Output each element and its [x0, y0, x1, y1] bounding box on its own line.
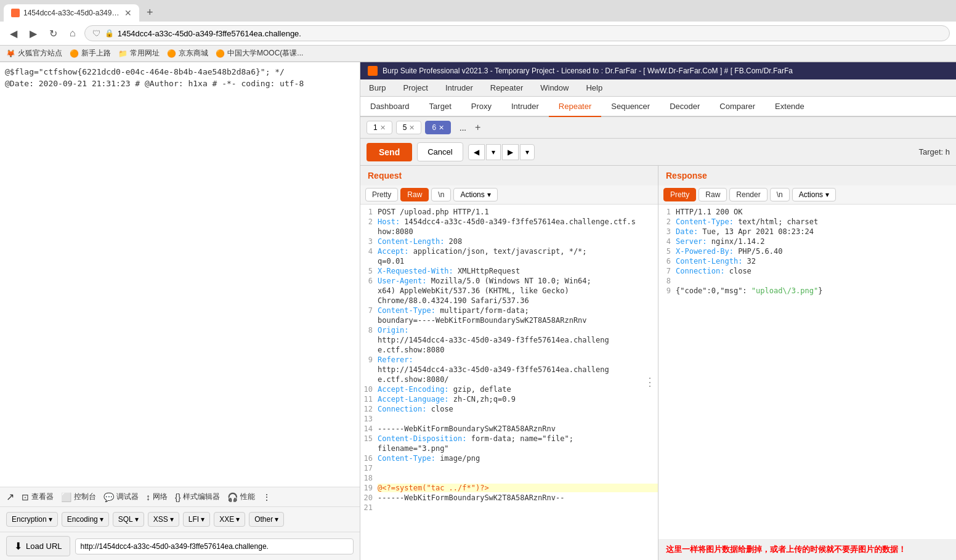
res-tab-pretty[interactable]: Pretty	[663, 188, 696, 201]
bookmark-common[interactable]: 📁 常用网址	[118, 48, 160, 59]
encoding-dropdown[interactable]: Encoding ▾	[62, 512, 109, 527]
forward-button[interactable]: ▶	[26, 26, 41, 41]
cancel-button[interactable]: Cancel	[417, 142, 463, 161]
sql-label: SQL	[118, 515, 133, 524]
style-editor-button[interactable]: {} 样式编辑器	[175, 492, 220, 502]
browser-chrome: 1454dcc4-a33c-45d0-a349-f3ffe ✕ + ◀ ▶ ↻ …	[0, 0, 956, 62]
tab-comparer[interactable]: Comparer	[710, 97, 765, 117]
network-button[interactable]: ↕ 网络	[146, 492, 168, 502]
res-line-7: 7Connection: close	[658, 266, 956, 276]
tab-sequencer[interactable]: Sequencer	[601, 97, 660, 117]
res-tab-raw[interactable]: Raw	[699, 188, 727, 201]
tab-decoder[interactable]: Decoder	[660, 97, 710, 117]
encryption-dropdown[interactable]: Encryption ▾	[6, 512, 58, 527]
right-panel: Burp Suite Professional v2021.3 - Tempor…	[360, 62, 956, 560]
xss-dropdown[interactable]: XSS ▾	[148, 512, 179, 527]
tab-extender[interactable]: Extende	[765, 97, 814, 117]
browser-tab-active[interactable]: 1454dcc4-a33c-45d0-a349-f3ffe ✕	[4, 4, 139, 22]
encoding-arrow: ▾	[100, 515, 103, 524]
back-button[interactable]: ◀	[6, 26, 21, 41]
new-repeater-tab-button[interactable]: +	[475, 122, 480, 133]
menu-burp[interactable]: Burp	[360, 79, 394, 96]
req-tab-pretty[interactable]: Pretty	[365, 188, 398, 201]
res-line-5: 5X-Powered-By: PHP/5.6.40	[658, 246, 956, 256]
rep-tab-1[interactable]: 1 ✕	[367, 121, 392, 134]
style-icon: {}	[175, 492, 180, 502]
menu-window[interactable]: Window	[532, 79, 577, 96]
req-tab-n[interactable]: \n	[431, 188, 451, 201]
console-button[interactable]: ⬜ 控制台	[61, 492, 96, 502]
viewer-button[interactable]: ⊡ 查看器	[22, 492, 54, 502]
rep-tab-5-label: 5	[403, 123, 407, 132]
xss-arrow: ▾	[170, 515, 174, 524]
bottom-toolbar: ↗ ⊡ 查看器 ⬜ 控制台 💬 调试器 ↕ 网络	[0, 487, 360, 560]
bookmark-icon: 🟠	[167, 49, 176, 58]
tab-proxy[interactable]: Proxy	[461, 97, 501, 117]
more-tools-button[interactable]: ⋮	[262, 492, 271, 502]
rep-tab-5-close[interactable]: ✕	[409, 124, 415, 132]
res-actions-button[interactable]: Actions ▾	[792, 188, 836, 201]
bookmark-firefox[interactable]: 🦊 火狐官方站点	[6, 48, 62, 59]
rep-tab-5[interactable]: 5 ✕	[396, 121, 422, 134]
address-input[interactable]: 1454dcc4-a33c-45d0-a349-f3ffe57614ea.cha…	[118, 29, 942, 38]
request-content[interactable]: 1POST /upload.php HTTP/1.1 2Host: 1454dc…	[360, 205, 658, 560]
req-line-2b: how:8080	[360, 227, 658, 237]
main-area: @$flag="ctfshow{6221dcd0-e04c-464e-8b4b-…	[0, 62, 956, 560]
debugger-label: 调试器	[116, 492, 139, 502]
tab-intruder[interactable]: Intruder	[501, 97, 549, 117]
tab-target[interactable]: Target	[419, 97, 461, 117]
xxe-dropdown[interactable]: XXE ▾	[214, 512, 245, 527]
page-content: @$flag="ctfshow{6221dcd0-e04c-464e-8b4b-…	[0, 62, 360, 487]
debugger-button[interactable]: 💬 调试器	[103, 492, 139, 502]
home-button[interactable]: ⌂	[66, 26, 79, 40]
menu-repeater[interactable]: Repeater	[482, 79, 532, 96]
req-line-20: 20------WebKitFormBoundarySwK2T8A58ARznR…	[360, 493, 658, 503]
req-tab-raw[interactable]: Raw	[400, 188, 429, 201]
send-button[interactable]: Send	[367, 143, 412, 161]
rep-tab-1-close[interactable]: ✕	[380, 124, 386, 132]
request-header: Request	[360, 166, 658, 185]
tab-repeater[interactable]: Repeater	[549, 97, 601, 117]
next-dropdown[interactable]: ▾	[520, 144, 535, 160]
new-tab-button[interactable]: +	[142, 4, 158, 22]
load-url-button[interactable]: ⬇ Load URL	[6, 536, 70, 556]
req-line-15b: filename="3.png"	[360, 444, 658, 453]
burp-menubar: Burp Project Intruder Repeater Window He…	[360, 79, 956, 97]
bookmark-jd[interactable]: 🟠 京东商城	[167, 48, 208, 59]
rep-tab-more[interactable]: ...	[455, 121, 471, 134]
req-line-8b: http://1454dcc4-a33c-45d0-a349-f3ffe5761…	[360, 335, 658, 345]
rep-tab-6[interactable]: 6 ✕	[425, 121, 451, 134]
next-arrow[interactable]: ▶	[502, 144, 519, 160]
response-content[interactable]: 1HTTP/1.1 200 OK 2Content-Type: text/htm…	[658, 205, 956, 539]
performance-button[interactable]: 🎧 性能	[227, 492, 255, 502]
other-dropdown[interactable]: Other ▾	[249, 512, 284, 527]
res-tab-render[interactable]: Render	[729, 188, 767, 201]
req-actions-button[interactable]: Actions ▾	[453, 188, 497, 201]
menu-intruder[interactable]: Intruder	[437, 79, 482, 96]
response-subtabs: Pretty Raw Render \n Actions ▾	[658, 185, 956, 205]
bookmark-mooc[interactable]: 🟠 中国大学MOOC(慕课...	[216, 48, 303, 59]
req-line-14: 14------WebKitFormBoundarySwK2T8A58ARznR…	[360, 424, 658, 434]
req-line-17: 17	[360, 463, 658, 473]
rep-tab-6-close[interactable]: ✕	[439, 124, 444, 132]
req-line-13: 13	[360, 414, 658, 424]
menu-help[interactable]: Help	[577, 79, 611, 96]
req-line-6b: x64) AppleWebKit/537.36 (KHTML, like Gec…	[360, 286, 658, 296]
menu-project[interactable]: Project	[394, 79, 436, 96]
res-actions-label: Actions	[799, 190, 823, 199]
prev-arrow[interactable]: ◀	[468, 144, 485, 160]
response-body: 1HTTP/1.1 200 OK 2Content-Type: text/htm…	[658, 205, 956, 560]
lfi-dropdown[interactable]: LFI ▾	[183, 512, 210, 527]
res-line-1: 1HTTP/1.1 200 OK	[658, 207, 956, 217]
inspect-button[interactable]: ↗	[6, 491, 14, 503]
tab-close-button[interactable]: ✕	[124, 8, 132, 18]
scroll-menu[interactable]: ⋮	[644, 375, 655, 389]
res-tab-n[interactable]: \n	[770, 188, 790, 201]
tab-dashboard[interactable]: Dashboard	[360, 97, 419, 117]
sql-dropdown[interactable]: SQL ▾	[113, 512, 144, 527]
repeater-toolbar: Send Cancel ◀ ▾ ▶ ▾ Target: h	[360, 139, 956, 166]
prev-dropdown[interactable]: ▾	[486, 144, 501, 160]
bookmark-start[interactable]: 🟠 新手上路	[70, 48, 111, 59]
reload-button[interactable]: ↻	[46, 26, 61, 41]
url-input[interactable]: http://1454dcc4-a33c-45d0-a349-f3ffe5761…	[75, 538, 354, 554]
